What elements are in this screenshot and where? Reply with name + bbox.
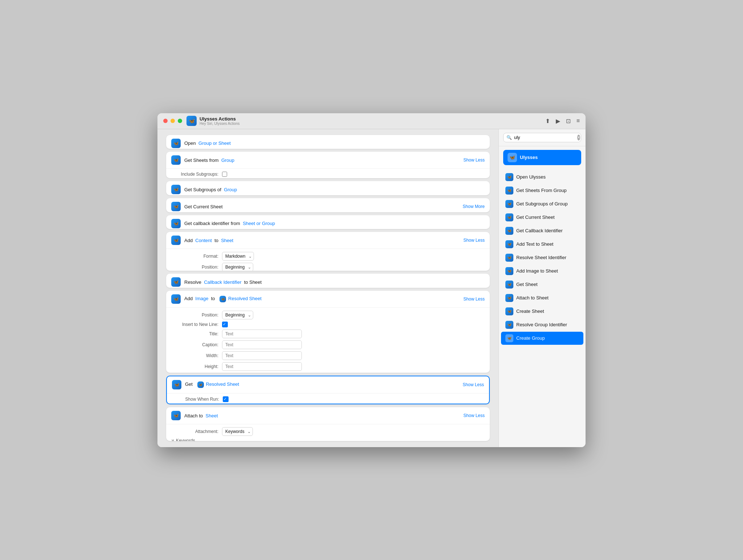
action-get-sheets-icon: 🦋 <box>171 155 181 165</box>
sidebar-item-get-sheets-icon: 🦋 <box>505 187 513 195</box>
sidebar-item-create-sheet-label: Create Sheet <box>516 308 544 314</box>
position-select-wrap[interactable]: Beginning <box>222 263 253 271</box>
sidebar-item-open-ulysses-icon: 🦋 <box>505 173 513 181</box>
action-get-callback-link: Sheet or Group <box>243 221 275 226</box>
sidebar-item-create-sheet-icon: 🦋 <box>505 307 513 315</box>
search-input[interactable] <box>514 135 575 140</box>
width-input[interactable] <box>222 351 302 360</box>
action-attach-label: Attach to Sheet <box>184 413 463 418</box>
attachment-select-wrap[interactable]: Keywords <box>222 427 253 436</box>
sidebar-item-get-callback-icon: 🦋 <box>505 227 513 235</box>
action-resolve-callback-label: Resolve Callback Identifier to Sheet <box>184 279 485 285</box>
get-sheet-toggle[interactable]: Show Less <box>463 382 484 387</box>
action-get-sheet-link: Resolved Sheet <box>206 381 239 387</box>
action-get-sheet-resolved-icon: 🦋 <box>197 381 204 388</box>
keywords-section: ∨ Keywords <box>171 438 485 441</box>
sidebar-item-get-sheets-label: Get Sheets From Group <box>516 188 567 193</box>
sidebar-item-get-current-sheet[interactable]: 🦋 Get Current Sheet <box>501 211 583 224</box>
title-label: Title: <box>171 331 218 336</box>
sidebar-item-get-sheet-label: Get Sheet <box>516 282 538 287</box>
sidebar-item-add-image-icon: 🦋 <box>505 267 513 275</box>
sidebar-item-get-current-sheet-icon: 🦋 <box>505 213 513 221</box>
image-position-label: Position: <box>171 312 218 318</box>
library-button[interactable]: ⊡ <box>566 118 571 124</box>
action-get-callback-icon: 🦋 <box>171 219 181 228</box>
workflow-area[interactable]: 🦋 Open Group or Sheet 🦋 Get Sheets from … <box>157 129 498 447</box>
action-attach: 🦋 Attach to Sheet Show Less Attachment: … <box>166 407 490 441</box>
close-button[interactable] <box>163 119 168 123</box>
format-label: Format: <box>171 254 218 259</box>
share-button[interactable]: ⬆ <box>545 118 550 124</box>
app-title-group: 🦋 Ulysses Actions Hey Siri, Ulysses Acti… <box>186 116 240 126</box>
action-get-sheet-body: Show When Run: <box>167 393 489 404</box>
sidebar-item-get-sheets-from-group[interactable]: 🦋 Get Sheets From Group <box>501 184 583 197</box>
position-select[interactable]: Beginning <box>222 263 253 271</box>
show-when-run-checkbox[interactable] <box>223 396 229 402</box>
show-when-run-label: Show When Run: <box>172 397 219 402</box>
sidebar-item-get-callback-id[interactable]: 🦋 Get Callback Identifier <box>501 224 583 237</box>
action-resolve-callback-link: Callback Identifier <box>204 279 241 285</box>
attach-toggle[interactable]: Show Less <box>463 413 485 418</box>
search-input-wrap: 🔍 ✕ <box>503 133 581 142</box>
sidebar-item-get-sheet-icon: 🦋 <box>505 281 513 289</box>
app-subtitle: Hey Siri, Ulysses Actions <box>200 122 240 126</box>
keywords-toggle[interactable]: ∨ Keywords <box>171 438 485 441</box>
sidebar-item-add-text-label: Add Text to Sheet <box>516 241 553 247</box>
sidebar-item-get-subgroups[interactable]: 🦋 Get Subgroups of Group <box>501 197 583 210</box>
app-icon: 🦋 <box>186 116 197 126</box>
get-current-sheet-toggle[interactable]: Show More <box>463 204 485 209</box>
sidebar-item-add-text-to-sheet[interactable]: 🦋 Add Text to Sheet <box>501 238 583 251</box>
get-sheets-toggle[interactable]: Show Less <box>463 158 485 163</box>
sidebar-item-create-group[interactable]: 🦋 Create Group <box>501 332 583 345</box>
sidebar-item-open-ulysses[interactable]: 🦋 Open Ulysses <box>501 171 583 184</box>
sidebar-item-add-image-to-sheet[interactable]: 🦋 Add Image to Sheet <box>501 265 583 278</box>
sidebar-item-resolve-group-id[interactable]: 🦋 Resolve Group Identifier <box>501 318 583 331</box>
image-position-select[interactable]: Beginning <box>222 311 253 319</box>
height-input[interactable] <box>222 362 302 371</box>
sidebar-item-create-sheet[interactable]: 🦋 Create Sheet <box>501 305 583 318</box>
position-label: Position: <box>171 265 218 270</box>
action-add-content-link2: Sheet <box>221 238 233 243</box>
title-input[interactable] <box>222 330 302 338</box>
clear-search-icon[interactable]: ✕ <box>577 135 580 140</box>
keywords-label: Keywords <box>176 438 195 441</box>
sidebar-item-open-ulysses-label: Open Ulysses <box>516 174 546 180</box>
action-get-sheet-header: 🦋 Get 🦋 Resolved Sheet Show Less <box>167 376 489 393</box>
titlebar: 🦋 Ulysses Actions Hey Siri, Ulysses Acti… <box>157 113 586 129</box>
width-label: Width: <box>171 353 218 358</box>
format-select[interactable]: Markdown <box>222 252 254 261</box>
sidebar-item-create-group-label: Create Group <box>516 335 545 341</box>
sidebar-item-add-text-icon: 🦋 <box>505 240 513 248</box>
attachment-label: Attachment: <box>171 429 218 434</box>
sidebar-item-attach-to-sheet[interactable]: 🦋 Attach to Sheet <box>501 291 583 304</box>
action-resolve-callback-icon: 🦋 <box>171 277 181 287</box>
caption-input[interactable] <box>222 340 302 349</box>
sidebar-item-get-sheet[interactable]: 🦋 Get Sheet <box>501 278 583 291</box>
ulysses-app-button[interactable]: 🦋 Ulysses <box>503 150 581 165</box>
menu-button[interactable]: ≡ <box>576 118 580 124</box>
sidebar-item-get-current-sheet-label: Get Current Sheet <box>516 214 555 220</box>
insert-new-line-checkbox[interactable] <box>222 322 228 327</box>
sidebar-item-resolve-sheet-id[interactable]: 🦋 Resolve Sheet Identifier <box>501 251 583 264</box>
attachment-select[interactable]: Keywords <box>222 427 253 436</box>
add-image-toggle[interactable]: Show Less <box>463 297 485 302</box>
fullscreen-button[interactable] <box>178 119 182 123</box>
action-open-label: Open Group or Sheet <box>184 140 485 146</box>
include-subgroups-label: Include Subgroups: <box>171 172 218 177</box>
action-get-current-sheet: 🦋 Get Current Sheet Show More <box>166 198 490 212</box>
add-content-toggle[interactable]: Show Less <box>463 238 485 243</box>
action-add-image-body: Position: Beginning Insert to New Line: … <box>166 307 490 373</box>
action-get-sheet: 🦋 Get 🦋 Resolved Sheet Show Less Show Wh… <box>166 376 490 404</box>
sidebar-item-resolve-group-icon: 🦋 <box>505 321 513 329</box>
sidebar-item-resolve-group-label: Resolve Group Identifier <box>516 322 567 327</box>
minimize-button[interactable] <box>171 119 175 123</box>
image-position-select-wrap[interactable]: Beginning <box>222 311 253 319</box>
action-open: 🦋 Open Group or Sheet <box>166 135 490 149</box>
play-button[interactable]: ▶ <box>556 118 560 124</box>
action-add-image-icon: 🦋 <box>171 294 181 304</box>
sidebar-list: 🦋 Open Ulysses 🦋 Get Sheets From Group 🦋… <box>499 169 586 447</box>
include-subgroups-checkbox[interactable] <box>222 172 227 177</box>
format-select-wrap[interactable]: Markdown <box>222 252 254 261</box>
action-get-current-sheet-icon: 🦋 <box>171 202 181 211</box>
sidebar-item-resolve-sheet-icon: 🦋 <box>505 254 513 262</box>
